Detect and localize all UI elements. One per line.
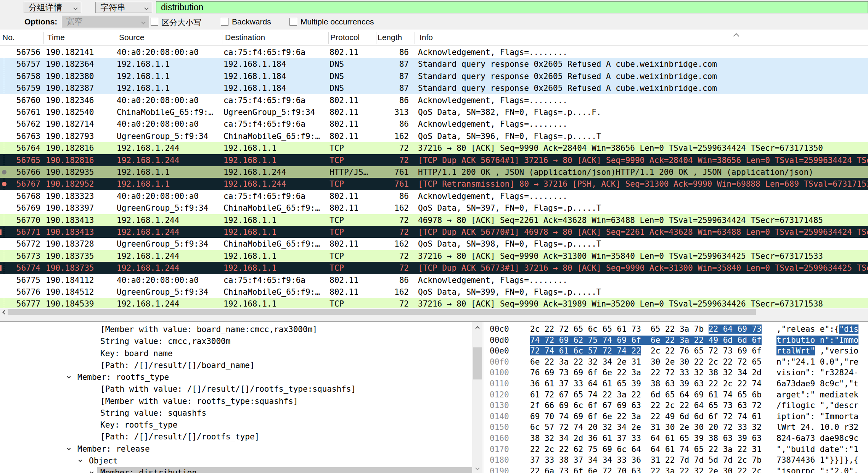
- column-header-length[interactable]: Length: [378, 33, 402, 42]
- hex-row[interactable]: 011036 61 37 33 64 61 65 39 38 63 39 63 …: [484, 378, 868, 389]
- cell-no: 56775: [8, 274, 40, 286]
- scroll-up-arrow-icon[interactable]: [475, 326, 479, 330]
- horizontal-scrollbar-thumb[interactable]: [8, 309, 756, 315]
- column-divider[interactable]: [328, 32, 329, 44]
- scroll-down-arrow-icon[interactable]: [475, 466, 479, 470]
- packet-row[interactable]: 56767190.182952192.168.1.1192.168.1.244T…: [0, 178, 868, 190]
- expand-arrow-icon[interactable]: [79, 458, 82, 462]
- packet-row[interactable]: 56765190.182816192.168.1.244192.168.1.1T…: [0, 154, 868, 166]
- tree-item[interactable]: Object: [0, 455, 472, 467]
- packet-row[interactable]: 56758190.182380192.168.1.1192.168.1.184D…: [0, 70, 868, 82]
- hex-row[interactable]: 01506c 57 72 74 20 32 34 2e 31 30 2e 30 …: [484, 422, 868, 433]
- tree-item[interactable]: Member: rootfs_type: [0, 371, 472, 383]
- hex-row[interactable]: 014069 70 74 69 6f 6e 22 3a 22 49 6d 6d …: [484, 411, 868, 422]
- packet-row[interactable]: 56764190.182816192.168.1.244192.168.1.1T…: [0, 142, 868, 154]
- backwards-checkbox[interactable]: [221, 18, 228, 26]
- column-divider[interactable]: [43, 32, 44, 44]
- packet-row[interactable]: 56768190.18332340:a0:20:08:00:a0ca:75:f4…: [0, 190, 868, 202]
- scroll-left-button[interactable]: [0, 308, 8, 315]
- packet-row[interactable]: 56762190.18271440:a0:20:08:00:a0ca:75:f4…: [0, 118, 868, 130]
- related-packets-line: [4, 46, 4, 308]
- expand-arrow-icon[interactable]: [67, 375, 71, 379]
- packet-row[interactable]: 56766190.182935192.168.1.1192.168.1.244H…: [0, 166, 868, 178]
- cell-no: 56763: [8, 130, 40, 142]
- vertical-scrollbar[interactable]: [473, 322, 483, 473]
- bytes: ,"releas e":{: [776, 324, 839, 334]
- column-header-time[interactable]: Time: [47, 33, 65, 42]
- packet-row[interactable]: 56757190.182364192.168.1.1192.168.1.184D…: [0, 58, 868, 70]
- hex-row[interactable]: 01302f 66 69 6c 6f 67 69 63 22 2c 22 64 …: [484, 400, 868, 411]
- packet-row[interactable]: 56773190.183735192.168.1.244192.168.1.1T…: [0, 250, 868, 262]
- tree-item[interactable]: [Path: /[]/result/[]/board_name]: [0, 360, 472, 371]
- tree-item[interactable]: Key: board_name: [0, 348, 472, 360]
- column-divider[interactable]: [415, 32, 415, 44]
- pane-divider[interactable]: [0, 315, 868, 322]
- cell-no: 56764: [8, 142, 40, 154]
- packet-row[interactable]: 56777190.184539192.168.1.244192.168.1.1T…: [0, 298, 868, 308]
- cell-len: 87: [378, 82, 409, 94]
- packet-row[interactable]: 56763190.182793UgreenGroup_5:f9:34ChinaM…: [0, 130, 868, 142]
- tree-item[interactable]: [Path with value: /[]/result/[]/rootfs_t…: [0, 383, 472, 395]
- tree-item[interactable]: Member: distribution: [0, 467, 472, 473]
- column-header-source[interactable]: Source: [119, 33, 145, 42]
- cell-time: 190.183413: [46, 226, 114, 238]
- packet-row[interactable]: 56772190.183728UgreenGroup_5:f9:34ChinaM…: [0, 238, 868, 250]
- column-header-no[interactable]: No.: [2, 33, 15, 42]
- tree-item[interactable]: [Path: /[]/result/[]/rootfs_type]: [0, 431, 472, 443]
- hex-row[interactable]: 00e072 74 61 6c 57 72 74 22 2c 22 76 65 …: [484, 345, 868, 357]
- hex-row[interactable]: 016038 32 34 2d 36 61 37 33 64 61 65 39 …: [484, 433, 868, 444]
- tree-item[interactable]: String value: squashfs: [0, 407, 472, 419]
- hex-row[interactable]: 00d074 72 69 62 75 74 69 6f 6e 22 3a 22 …: [484, 335, 868, 346]
- packet-row[interactable]: 56774190.183735192.168.1.244192.168.1.1T…: [0, 262, 868, 274]
- tree-item[interactable]: [Member with value: rootfs_type:squashfs…: [0, 396, 472, 407]
- packet-row[interactable]: 56776190.184512UgreenGroup_5:f9:34ChinaM…: [0, 286, 868, 298]
- column-header-protocol[interactable]: Protocol: [330, 33, 360, 42]
- tree-item[interactable]: Key: rootfs_type: [0, 419, 472, 431]
- hex-row[interactable]: 018037 33 38 37 34 34 33 36 31 22 7d 7d …: [484, 455, 868, 466]
- packet-row[interactable]: 56759190.182387192.168.1.1192.168.1.184D…: [0, 82, 868, 94]
- vertical-scrollbar-thumb[interactable]: [473, 347, 482, 379]
- selected-bytes: rtalWrt": [776, 346, 815, 355]
- expand-arrow-icon[interactable]: [90, 470, 94, 473]
- hex-offset: 00d0: [490, 335, 509, 346]
- packet-row[interactable]: 56761190.182540ChinaMobileG_65:f9:…Ugree…: [0, 106, 868, 118]
- hex-row[interactable]: 019022 6a 73 6f 6e 72 70 63 22 3a 22 32 …: [484, 466, 868, 473]
- tree-item[interactable]: [Member with value: board_name:cmcc,rax3…: [0, 324, 472, 336]
- packet-bytes-pane[interactable]: 00c02c 22 72 65 6c 65 61 73 65 22 3a 7b …: [484, 322, 868, 473]
- cell-src: 192.168.1.1: [117, 82, 222, 94]
- column-divider[interactable]: [222, 32, 222, 44]
- expand-arrow-icon[interactable]: [67, 446, 71, 450]
- packet-row[interactable]: 56756190.18214140:a0:20:08:00:a0ca:75:f4…: [0, 46, 868, 58]
- packet-row[interactable]: 56771190.183413192.168.1.244192.168.1.1T…: [0, 226, 868, 238]
- charset-dropdown-disabled[interactable]: 宽窄: [62, 16, 149, 27]
- search-type-dropdown[interactable]: 字符串: [95, 2, 152, 13]
- scroll-top-indicator[interactable]: [734, 33, 738, 40]
- hex-offset: 00f0: [490, 357, 509, 368]
- packet-row[interactable]: 56769190.183397UgreenGroup_5:f9:34ChinaM…: [0, 202, 868, 214]
- column-header-destination[interactable]: Destination: [225, 33, 265, 42]
- search-scope-dropdown[interactable]: 分组详情: [24, 2, 81, 13]
- hex-row[interactable]: 00f06e 22 3a 22 32 34 2e 31 30 2e 30 22 …: [484, 357, 868, 368]
- packet-details-pane[interactable]: [Member with value: board_name:cmcc,rax3…: [0, 322, 472, 473]
- packet-row[interactable]: 56760190.18234640:a0:20:08:00:a0ca:75:f4…: [0, 94, 868, 107]
- packet-row[interactable]: 56775190.18411240:a0:20:08:00:a0ca:75:f4…: [0, 274, 868, 286]
- cell-time: 190.182346: [46, 94, 114, 107]
- cell-time: 190.183735: [46, 250, 114, 262]
- hex-row[interactable]: 010076 69 73 69 6f 6e 22 3a 22 72 33 32 …: [484, 367, 868, 378]
- column-divider[interactable]: [117, 32, 117, 44]
- tree-item[interactable]: String value: cmcc,rax3000m: [0, 336, 472, 347]
- packet-list[interactable]: 56756190.18214140:a0:20:08:00:a0ca:75:f4…: [0, 46, 868, 308]
- find-input[interactable]: [156, 1, 868, 13]
- column-divider[interactable]: [376, 32, 376, 44]
- horizontal-scrollbar[interactable]: [0, 308, 868, 315]
- hex-row[interactable]: 012061 72 67 65 74 22 3a 22 6d 65 64 69 …: [484, 389, 868, 400]
- cell-info: QoS Data, SN=396, FN=0, Flags=.p.....T: [418, 130, 868, 142]
- multiple-occurrences-checkbox[interactable]: [289, 18, 297, 26]
- packet-row[interactable]: 56770190.183413192.168.1.244192.168.1.1T…: [0, 214, 868, 226]
- case-sensitive-checkbox[interactable]: [151, 18, 158, 26]
- cell-time: 190.183735: [46, 262, 114, 274]
- column-header-info[interactable]: Info: [420, 33, 433, 42]
- hex-row[interactable]: 00c02c 22 72 65 6c 65 61 73 65 22 3a 7b …: [484, 324, 868, 335]
- hex-row[interactable]: 017022 2c 22 62 75 69 6c 64 64 61 74 65 …: [484, 444, 868, 455]
- tree-item[interactable]: Member: release: [0, 443, 472, 455]
